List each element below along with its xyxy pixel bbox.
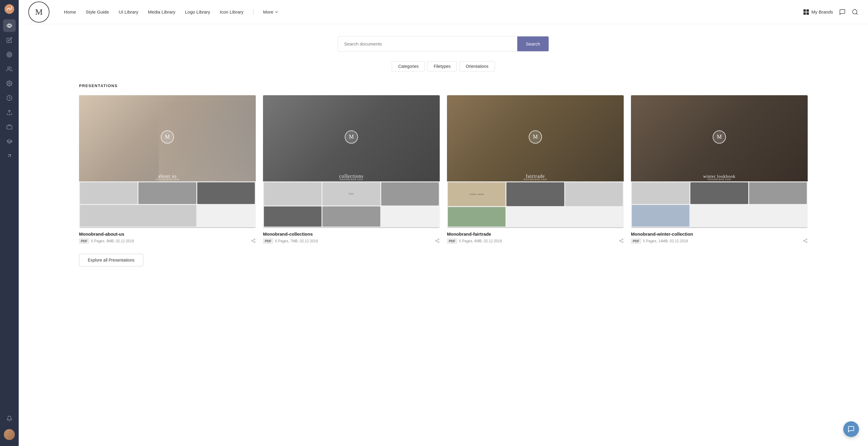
nav-link-home[interactable]: Home	[64, 9, 76, 14]
sidebar-item-view[interactable]	[3, 19, 16, 32]
card-preview-fairtrade: M fairtrade monobrand.com mother nature	[447, 95, 624, 228]
nav-link-style-guide[interactable]: Style Guide	[86, 9, 109, 14]
search-icon	[852, 9, 858, 15]
card-meta-winter: PDF 5 Pages, 14MB, 02.12.2019	[631, 238, 808, 244]
thumb-f2	[506, 182, 564, 206]
card-meta-about-us: PDF 6 Pages, 9MB, 02.12.2019	[79, 238, 256, 244]
card-main-visual-winter: M winter lookbook monobrand.com	[631, 95, 808, 181]
filter-categories[interactable]: Categories	[392, 61, 425, 71]
svg-point-3	[8, 53, 11, 56]
thumb-c2: hats	[322, 182, 380, 206]
pdf-badge-collections: PDF	[263, 238, 273, 244]
sidebar-item-projects[interactable]	[3, 121, 16, 133]
sidebar-item-learning[interactable]	[3, 135, 16, 148]
grid-icon	[803, 9, 809, 15]
nav-more-label: More	[263, 9, 273, 14]
card-thumbnails-fairtrade: mother nature	[447, 181, 624, 228]
sidebar-item-notifications[interactable]	[3, 412, 16, 425]
thumb-c3	[381, 182, 439, 206]
brand-logo[interactable]: M	[28, 1, 50, 23]
svg-line-10	[8, 155, 10, 157]
thumb-w2	[690, 182, 748, 204]
section-title-presentations: PRESENTATIONS	[79, 83, 808, 88]
card-main-visual-collections: M collections monobrand.com	[263, 95, 440, 181]
chat-icon	[847, 425, 855, 433]
svg-line-27	[621, 240, 622, 240]
svg-point-1	[8, 25, 10, 27]
messages-button[interactable]	[839, 9, 846, 15]
share-icon-winter[interactable]	[803, 238, 808, 244]
sidebar-item-export[interactable]	[3, 149, 16, 162]
user-avatar[interactable]	[4, 429, 15, 440]
nav-right: My Brands	[803, 9, 858, 15]
card-fairtrade[interactable]: M fairtrade monobrand.com mother nature	[447, 95, 624, 244]
sidebar-item-settings[interactable]	[3, 77, 16, 90]
search-button[interactable]: Search	[517, 36, 549, 51]
main-content: M Home Style Guide UI Library Media Libr…	[19, 0, 868, 446]
share-icon-collections[interactable]	[435, 238, 440, 244]
svg-line-16	[253, 241, 254, 242]
card-subtitle-winter: monobrand.com	[631, 178, 808, 181]
card-meta-text-about-us: 6 Pages, 9MB, 02.12.2019	[91, 239, 134, 243]
share-icon-fairtrade[interactable]	[619, 238, 624, 244]
my-brands-label: My Brands	[811, 9, 833, 14]
chevron-down-icon	[275, 10, 279, 14]
card-name-about-us: Monobrand-about-us	[79, 232, 256, 237]
nav-link-logo-library[interactable]: Logo Library	[185, 9, 210, 14]
card-about-us[interactable]: M about us monobrand.com Monobrand-ab	[79, 95, 256, 244]
search-button[interactable]	[852, 9, 858, 15]
card-thumbnails-about-us	[79, 181, 256, 228]
card-logo-fairtrade: M	[529, 130, 542, 143]
filter-filetypes[interactable]: Filetypes	[427, 61, 457, 71]
thumb-4	[80, 205, 196, 227]
svg-point-15	[254, 241, 255, 243]
card-name-winter: Monobrand-winter-collection	[631, 232, 808, 237]
share-icon-about-us[interactable]	[251, 238, 256, 244]
nav-link-icon-library[interactable]: Icon Library	[220, 9, 243, 14]
card-meta-info-about-us: PDF 6 Pages, 9MB, 02.12.2019	[79, 238, 134, 244]
search-input[interactable]	[338, 36, 517, 51]
card-logo-collections: M	[345, 130, 358, 143]
sidebar-item-goals[interactable]	[3, 48, 16, 61]
svg-point-25	[622, 241, 623, 243]
nav-divider	[253, 9, 253, 15]
card-thumbnails-winter	[631, 181, 808, 228]
filter-orientations[interactable]: Orientations	[459, 61, 495, 71]
sidebar-item-history[interactable]	[3, 92, 16, 104]
svg-point-5	[7, 67, 10, 69]
card-name-collections: Monobrand-collections	[263, 232, 440, 237]
my-brands-button[interactable]: My Brands	[803, 9, 833, 15]
pdf-badge-about-us: PDF	[79, 238, 89, 244]
nav-more-dropdown[interactable]: More	[263, 9, 279, 14]
sidebar-item-upload[interactable]	[3, 106, 16, 119]
search-bar: Search	[338, 36, 549, 52]
card-collections[interactable]: M collections monobrand.com hats	[263, 95, 440, 244]
card-meta-fairtrade: PDF 5 Pages, 6MB, 02.12.2019	[447, 238, 624, 244]
thumb-f1: mother nature	[448, 182, 505, 206]
card-winter-collection[interactable]: M winter lookbook monobrand.com Monob	[631, 95, 808, 244]
sidebar-logo	[4, 4, 15, 14]
sidebar-item-users[interactable]	[3, 63, 16, 75]
explore-presentations-button[interactable]: Explore all Presentations	[79, 254, 143, 266]
svg-point-29	[803, 240, 805, 241]
card-preview-collections: M collections monobrand.com hats	[263, 95, 440, 228]
svg-line-22	[437, 240, 438, 240]
svg-line-31	[805, 241, 806, 242]
nav-link-ui-library[interactable]: UI Library	[119, 9, 138, 14]
nav-link-media-library[interactable]: Media Library	[148, 9, 176, 14]
card-main-visual-fairtrade: M fairtrade monobrand.com	[447, 95, 624, 181]
card-meta-info-winter: PDF 5 Pages, 14MB, 02.12.2019	[631, 238, 688, 244]
svg-line-26	[621, 241, 622, 242]
chat-button[interactable]	[843, 421, 859, 437]
svg-point-30	[806, 241, 807, 243]
svg-point-23	[622, 239, 623, 240]
card-preview-about-us: M about us monobrand.com	[79, 95, 256, 228]
thumb-c4	[264, 206, 321, 227]
card-meta-info-fairtrade: PDF 5 Pages, 6MB, 02.12.2019	[447, 238, 502, 244]
card-meta-collections: PDF 6 Pages, 7MB, 02.12.2019	[263, 238, 440, 244]
top-navigation: M Home Style Guide UI Library Media Libr…	[19, 0, 868, 24]
card-name-fairtrade: Monobrand-fairtrade	[447, 232, 624, 237]
svg-point-11	[852, 9, 857, 14]
sidebar-item-edit[interactable]	[3, 34, 16, 46]
thumb-2	[138, 182, 196, 204]
